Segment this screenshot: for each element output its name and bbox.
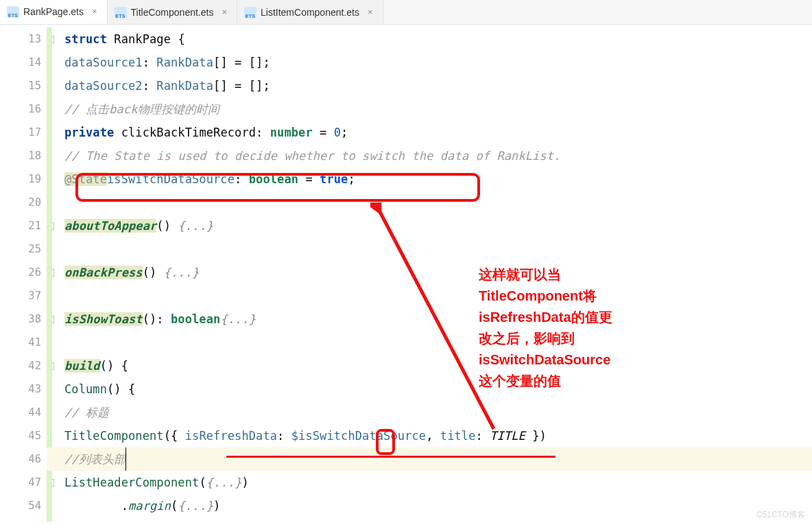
code-line[interactable]: Column() {: [47, 377, 812, 401]
line-number: 14: [28, 56, 41, 69]
line-number: 26: [28, 266, 41, 279]
code-line[interactable]: //列表头部: [47, 447, 812, 471]
tab-label: TitleComponent.ets: [131, 7, 214, 18]
code-line[interactable]: aboutToAppear() {...}: [47, 214, 812, 237]
gutter: 13 14 15 16 17 18 19 20 21 25 26 37 38 4…: [0, 25, 47, 525]
code-line[interactable]: struct RankPage {: [47, 27, 812, 51]
line-number: 47: [28, 476, 41, 489]
code-line[interactable]: [47, 331, 812, 354]
code-line[interactable]: [47, 191, 812, 214]
line-number: 38: [28, 313, 41, 325]
line-number: 42: [28, 360, 41, 372]
code-editor[interactable]: 13 14 15 16 17 18 19 20 21 25 26 37 38 4…: [0, 25, 812, 525]
code-line[interactable]: // The State is used to decide whether t…: [47, 144, 812, 167]
annotation-note: 这样就可以当 TitleComponent将 isRefreshData的值更 …: [479, 264, 612, 392]
line-number: 44: [28, 406, 41, 419]
code-line[interactable]: // 点击back物理按键的时间: [47, 97, 812, 121]
code-area[interactable]: struct RankPage { dataSource1: RankData[…: [47, 25, 812, 525]
tab-titlecomponent[interactable]: TitleComponent.ets ×: [108, 0, 237, 24]
code-line[interactable]: ListHeaderComponent({...}): [47, 471, 812, 494]
ets-file-icon: [7, 6, 19, 17]
code-line[interactable]: .margin({...}): [47, 494, 812, 517]
line-number: 15: [28, 80, 41, 92]
code-line[interactable]: dataSource1: RankData[] = [];: [47, 51, 812, 74]
line-number: 43: [28, 383, 41, 395]
tab-rankpage[interactable]: RankPage.ets ×: [0, 0, 108, 24]
line-number: 37: [28, 290, 41, 302]
line-number: 19: [28, 173, 41, 185]
close-icon[interactable]: ×: [222, 7, 227, 17]
line-number: 20: [28, 196, 41, 209]
code-line[interactable]: TitleComponent({ isRefreshData: $isSwitc…: [47, 424, 812, 447]
close-icon[interactable]: ×: [92, 6, 97, 16]
tab-bar: RankPage.ets × TitleComponent.ets × List…: [0, 0, 812, 25]
line-number: 41: [28, 336, 41, 349]
line-number: 13: [28, 33, 41, 45]
code-line[interactable]: build() {: [47, 354, 812, 377]
line-number: 17: [28, 126, 41, 139]
code-line[interactable]: // 标题: [47, 401, 812, 424]
code-line[interactable]: onBackPress() {...}: [47, 261, 812, 284]
ets-file-icon: [244, 7, 256, 18]
watermark: ©51CTO博客: [756, 509, 805, 521]
line-number: 21: [28, 220, 41, 232]
tab-label: ListItemComponent.ets: [261, 7, 359, 18]
line-number: 54: [28, 500, 41, 512]
code-line[interactable]: isShowToast(): boolean {...}: [47, 307, 812, 331]
code-line[interactable]: [47, 284, 812, 307]
code-line[interactable]: @State isSwitchDataSource: boolean = tru…: [47, 167, 812, 191]
tab-label: RankPage.ets: [23, 6, 84, 17]
close-icon[interactable]: ×: [368, 7, 373, 17]
line-number: 46: [28, 453, 41, 465]
code-line[interactable]: private clickBackTimeRecord: number = 0;: [47, 121, 812, 144]
code-line[interactable]: [47, 237, 812, 261]
line-number: 45: [28, 430, 41, 442]
ets-file-icon: [115, 7, 127, 18]
line-number: 16: [28, 103, 41, 115]
tab-listitemcomponent[interactable]: ListItemComponent.ets ×: [237, 0, 383, 24]
code-line[interactable]: dataSource2: RankData[] = [];: [47, 74, 812, 97]
line-number: 25: [28, 243, 41, 255]
line-number: 18: [28, 150, 41, 162]
